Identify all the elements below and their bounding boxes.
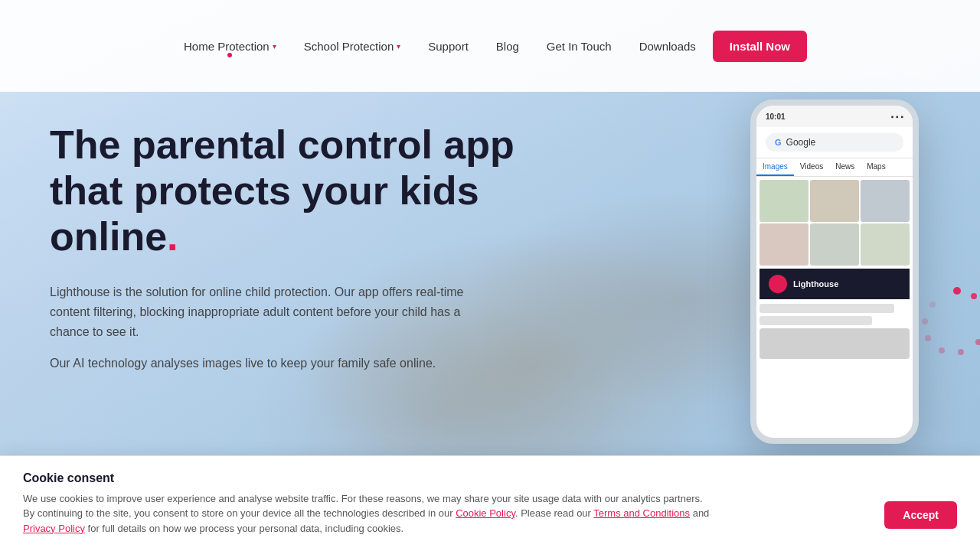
dropdown-chevron-school: ▾	[397, 42, 400, 51]
nav-link-downloads[interactable]: Downloads	[629, 34, 707, 59]
install-button-label: Install Now	[730, 40, 790, 53]
phone-tab-maps: Maps	[861, 158, 891, 176]
nav-item-blog: Blog	[485, 34, 530, 59]
install-now-button[interactable]: Install Now	[713, 31, 807, 62]
phone-time: 10:01	[766, 112, 786, 121]
grid-image-3	[861, 180, 910, 222]
search-label: Google	[786, 137, 816, 148]
nav-label-blog: Blog	[496, 40, 519, 53]
nav-label-get-in-touch: Get In Touch	[547, 40, 612, 53]
phone-tabs: Images Videos News Maps	[756, 158, 913, 177]
svg-point-1	[971, 293, 977, 299]
cookie-title: Cookie consent	[23, 471, 957, 485]
svg-point-4	[975, 339, 980, 345]
phone-tab-news: News	[829, 158, 861, 176]
hero-heading-line3: online	[50, 214, 167, 259]
phone-status-icons: ▪ ▪ ▪	[891, 112, 903, 121]
cookie-text-block: We use cookies to improve user experienc…	[23, 491, 854, 536]
phone-image-grid	[760, 180, 910, 266]
cookie-policy-link[interactable]: Cookie Policy	[456, 507, 515, 519]
hero-heading-line2: that protects your kids	[50, 168, 479, 213]
nav-item-support: Support	[417, 34, 479, 59]
svg-point-6	[939, 347, 945, 354]
phone-lighthouse-bar: Lighthouse	[760, 269, 910, 299]
phone-content: Lighthouse	[756, 177, 913, 370]
result-image	[760, 328, 910, 359]
phone-outer: 10:01 ▪ ▪ ▪ G Google Images Videos News …	[750, 99, 919, 444]
grid-image-6	[861, 223, 910, 266]
svg-point-8	[922, 318, 928, 324]
phone-search-bar: G Google	[756, 127, 913, 158]
phone-mockup: 10:01 ▪ ▪ ▪ G Google Images Videos News …	[750, 99, 919, 444]
nav-label-school-protection: School Protection	[304, 40, 394, 53]
privacy-link[interactable]: Privacy Policy	[23, 523, 85, 534]
result-line-2	[760, 316, 872, 325]
nav-item-get-in-touch: Get In Touch	[536, 34, 622, 59]
nav-label-home-protection: Home Protection	[184, 40, 270, 53]
navigation: Home Protection ▾ School Protection ▾ Su…	[0, 0, 980, 92]
result-line-1	[760, 304, 894, 313]
nav-link-get-in-touch[interactable]: Get In Touch	[536, 34, 622, 59]
svg-point-9	[929, 302, 936, 308]
hero-content: The parental control app that protects y…	[50, 122, 514, 386]
hero-heading-dot: .	[167, 214, 178, 259]
phone-status-bar: 10:01 ▪ ▪ ▪	[756, 106, 913, 127]
phone-tab-videos: Videos	[794, 158, 829, 176]
nav-link-support[interactable]: Support	[417, 34, 479, 59]
hero-heading: The parental control app that protects y…	[50, 122, 514, 259]
hero-description-2: Our AI technology analyses images live t…	[50, 354, 494, 373]
cookie-text-part3: and	[690, 507, 709, 519]
svg-point-0	[953, 287, 961, 295]
lighthouse-label: Lighthouse	[793, 279, 838, 289]
hero-heading-line1: The parental control app	[50, 122, 514, 167]
lighthouse-icon	[769, 275, 787, 293]
cookie-banner: Cookie consent We use cookies to improve…	[0, 455, 980, 552]
grid-image-1	[760, 180, 808, 222]
terms-link[interactable]: Terms and Conditions	[593, 507, 690, 519]
nav-link-school-protection[interactable]: School Protection ▾	[293, 34, 412, 59]
dropdown-chevron-home: ▾	[273, 42, 276, 51]
cookie-actions: We use cookies to improve user experienc…	[23, 491, 957, 536]
hero-description-1: Lighthouse is the solution for online ch…	[50, 282, 494, 341]
cookie-accept-button[interactable]: Accept	[884, 501, 957, 529]
phone-results-area	[760, 299, 910, 367]
nav-label-downloads: Downloads	[639, 40, 696, 53]
cookie-text-part4: for full details on how we process your …	[85, 523, 403, 534]
svg-point-7	[925, 335, 931, 341]
cookie-text: We use cookies to improve user experienc…	[23, 491, 712, 536]
grid-image-2	[810, 180, 859, 222]
grid-image-4	[760, 223, 808, 266]
loading-spinner	[919, 283, 980, 360]
nav-links: Home Protection ▾ School Protection ▾ Su…	[173, 31, 807, 62]
nav-item-downloads: Downloads	[629, 34, 707, 59]
svg-point-5	[958, 349, 964, 355]
google-logo: G	[775, 138, 782, 147]
phone-search-input: G Google	[766, 133, 903, 152]
nav-link-home-protection[interactable]: Home Protection ▾	[173, 34, 287, 59]
phone-tab-images: Images	[756, 158, 794, 176]
nav-label-support: Support	[428, 40, 469, 53]
nav-item-install: Install Now	[713, 31, 807, 62]
cookie-text-part2: . Please read our	[515, 507, 593, 519]
grid-image-5	[810, 223, 859, 266]
nav-item-school-protection: School Protection ▾	[293, 34, 412, 59]
nav-item-home-protection: Home Protection ▾	[173, 34, 287, 59]
nav-link-blog[interactable]: Blog	[485, 34, 530, 59]
